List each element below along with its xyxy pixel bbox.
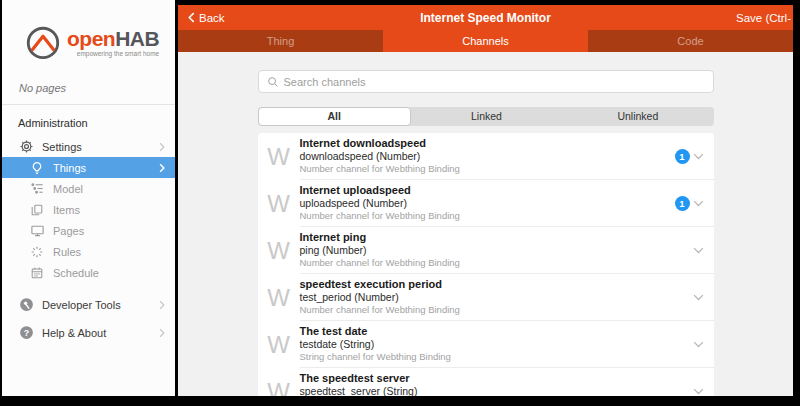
sidebar-item-label: Settings (42, 141, 82, 153)
chevron-down-icon[interactable] (693, 247, 704, 254)
channel-id: test_period (Number) (300, 291, 460, 304)
channel-title: speedtest execution period (300, 278, 460, 291)
channel-row[interactable]: W speedtest execution period test_period… (258, 274, 714, 321)
sidebar-item-label: Things (53, 162, 86, 174)
chevron-down-icon[interactable] (693, 388, 704, 395)
save-button[interactable]: Save (Ctrl- (736, 12, 791, 24)
channel-letter-icon: W (258, 331, 300, 359)
sidebar-item-settings[interactable]: Settings (2, 136, 175, 157)
tab-channels[interactable]: Channels (383, 30, 588, 52)
back-button[interactable]: Back (188, 12, 225, 24)
sidebar-item-things[interactable]: Things (2, 157, 175, 178)
chevron-down-icon[interactable] (693, 341, 704, 348)
channel-row[interactable]: W Internet downloadspeed downloadspeed (… (258, 133, 714, 180)
sidebar-item-label: Pages (53, 225, 84, 237)
segment-all[interactable]: All (258, 107, 411, 126)
chevron-right-icon (159, 300, 165, 310)
sidebar-item-label: Model (53, 183, 83, 195)
channel-description: Number channel for Webthing Binding (300, 163, 460, 175)
search-bar (258, 70, 714, 93)
segment-unlinked[interactable]: Unlinked (562, 107, 713, 126)
sidebar-item-developer-tools[interactable]: Developer Tools (2, 294, 175, 315)
hammer-circle-icon (18, 297, 34, 313)
channel-title: The test date (300, 325, 451, 338)
monitor-icon (29, 223, 45, 239)
chevron-down-icon[interactable] (693, 294, 704, 301)
channel-row[interactable]: W The speedtest server speedtest_server … (258, 368, 714, 396)
app-frame: openHAB empowering the smart home No pag… (0, 0, 800, 406)
sidebar-item-label: Help & About (42, 327, 106, 339)
copy-icon (29, 202, 45, 218)
sparkles-icon (29, 244, 45, 260)
sidebar-item-help-about[interactable]: ? Help & About (2, 322, 175, 343)
chevron-down-icon[interactable] (693, 200, 704, 207)
admin-section-label: Administration (2, 105, 175, 136)
channel-row[interactable]: W Internet uploadspeed uploadspeed (Numb… (258, 180, 714, 227)
channel-list: W Internet downloadspeed downloadspeed (… (258, 133, 714, 396)
sidebar: openHAB empowering the smart home No pag… (2, 0, 175, 396)
back-label: Back (199, 12, 225, 24)
svg-text:?: ? (23, 328, 28, 338)
channel-title: Internet uploadspeed (300, 184, 460, 197)
sidebar-item-model[interactable]: Model (2, 178, 175, 199)
content-area: All Linked Unlinked W Internet downloads… (178, 52, 793, 396)
openhab-logo-tagline: empowering the smart home (67, 50, 159, 57)
channel-letter-icon: W (258, 284, 300, 312)
channel-id: uploadspeed (Number) (300, 197, 460, 210)
openhab-logo: openHAB empowering the smart home (2, 0, 175, 68)
channel-row[interactable]: W The test date testdate (String) String… (258, 321, 714, 368)
main-panel: Back Internet Speed Monitor Save (Ctrl- … (178, 5, 793, 396)
sidebar-item-label: Developer Tools (42, 299, 121, 311)
channel-title: Internet ping (300, 231, 460, 244)
chevron-right-icon (159, 328, 165, 338)
sidebar-item-rules[interactable]: Rules (2, 241, 175, 262)
no-pages-label: No pages (2, 68, 175, 105)
chevron-left-icon (188, 12, 195, 23)
tab-code[interactable]: Code (588, 30, 793, 52)
question-circle-icon: ? (18, 325, 34, 341)
filter-segmented: All Linked Unlinked (258, 107, 714, 126)
sidebar-item-label: Schedule (53, 267, 99, 279)
sidebar-item-pages[interactable]: Pages (2, 220, 175, 241)
calendar-icon (29, 265, 45, 281)
search-input[interactable] (284, 76, 705, 88)
openhab-logo-icon (24, 23, 62, 61)
lightbulb-icon (29, 160, 45, 176)
channel-title: The speedtest server (300, 372, 451, 385)
channel-letter-icon: W (258, 143, 300, 171)
linked-count-badge: 1 (675, 149, 690, 164)
channel-description: Number channel for Webthing Binding (300, 304, 460, 316)
sidebar-nav: Settings Things (2, 136, 175, 343)
linked-count-badge: 1 (675, 196, 690, 211)
chevron-right-icon (159, 163, 165, 173)
chevron-right-icon (159, 142, 165, 152)
channel-letter-icon: W (258, 190, 300, 218)
sidebar-item-schedule[interactable]: Schedule (2, 262, 175, 283)
channel-description: String channel for Webthing Binding (300, 351, 451, 363)
segment-linked[interactable]: Linked (411, 107, 562, 126)
channel-row[interactable]: W Internet ping ping (Number) Number cha… (258, 227, 714, 274)
channel-id: downloadspeed (Number) (300, 150, 460, 163)
sidebar-item-items[interactable]: Items (2, 199, 175, 220)
page-title: Internet Speed Monitor (178, 11, 793, 25)
tabbar: Thing Channels Code (178, 30, 793, 52)
channel-letter-icon: W (258, 378, 300, 397)
sidebar-item-label: Items (53, 204, 80, 216)
channel-id: testdate (String) (300, 338, 451, 351)
navbar: Back Internet Speed Monitor Save (Ctrl- (178, 5, 793, 30)
channel-id: ping (Number) (300, 244, 460, 257)
model-tree-icon (29, 181, 45, 197)
openhab-logo-text: openHAB (67, 28, 159, 49)
channel-id: speedtest_server (String) (300, 385, 451, 396)
channel-letter-icon: W (258, 237, 300, 265)
chevron-down-icon[interactable] (693, 153, 704, 160)
channel-title: Internet downloadspeed (300, 137, 460, 150)
gear-icon (18, 139, 34, 155)
channel-description: Number channel for Webthing Binding (300, 257, 460, 269)
search-icon (267, 76, 279, 88)
sidebar-item-label: Rules (53, 246, 81, 258)
channel-description: Number channel for Webthing Binding (300, 210, 460, 222)
tab-thing[interactable]: Thing (178, 30, 383, 52)
